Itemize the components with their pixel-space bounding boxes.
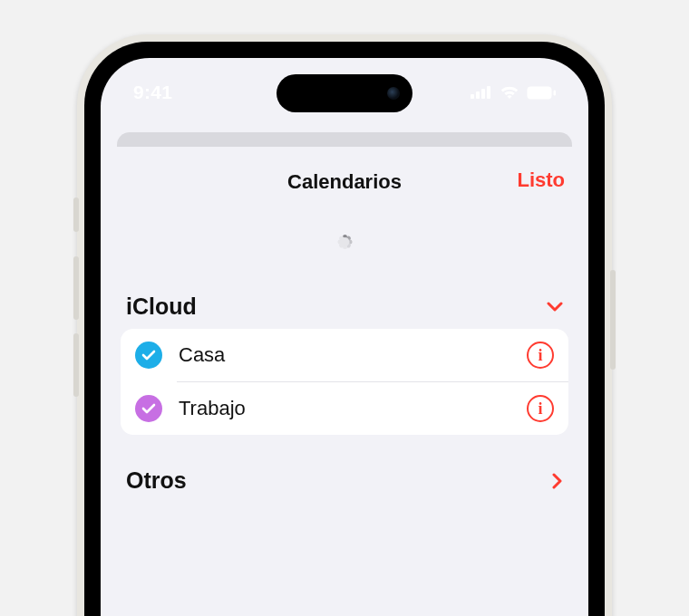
sheet-title: Calendarios bbox=[287, 170, 402, 194]
wifi-icon bbox=[500, 85, 519, 100]
section-title-otros: Otros bbox=[126, 467, 187, 494]
svg-rect-0 bbox=[471, 94, 474, 99]
chevron-down-icon bbox=[547, 302, 563, 313]
sheet-header: Calendarios Listo bbox=[121, 167, 568, 197]
side-button-volume-up bbox=[73, 256, 79, 320]
info-icon: i bbox=[538, 399, 542, 419]
loading-spinner bbox=[121, 197, 568, 288]
section-title-icloud: iCloud bbox=[126, 294, 197, 320]
spinner-icon bbox=[325, 223, 364, 261]
phone-bezel: 9:41 bbox=[84, 42, 605, 616]
checkmark-icon bbox=[141, 403, 156, 414]
svg-rect-2 bbox=[481, 89, 485, 99]
info-button-trabajo[interactable]: i bbox=[527, 395, 554, 422]
checkbox-casa[interactable] bbox=[135, 342, 162, 369]
info-button-casa[interactable]: i bbox=[527, 342, 554, 369]
checkmark-icon bbox=[141, 350, 156, 361]
front-camera bbox=[387, 87, 400, 100]
section-header-otros[interactable]: Otros bbox=[121, 462, 568, 503]
calendar-row-trabajo[interactable]: Trabajo i bbox=[121, 382, 568, 435]
dynamic-island bbox=[277, 74, 412, 112]
calendar-label: Trabajo bbox=[179, 397, 510, 420]
calendars-sheet: Calendarios Listo bbox=[101, 147, 588, 616]
calendar-label: Casa bbox=[179, 343, 510, 367]
status-indicators bbox=[471, 85, 556, 100]
chevron-right-icon bbox=[552, 473, 563, 489]
phone-screen: 9:41 bbox=[101, 58, 588, 616]
battery-icon bbox=[527, 86, 556, 100]
checkbox-trabajo[interactable] bbox=[135, 395, 162, 422]
side-button-volume-down bbox=[73, 333, 79, 397]
svg-rect-4 bbox=[528, 86, 552, 99]
icloud-calendar-list: Casa i Trabajo bbox=[121, 329, 568, 435]
phone-frame: 9:41 bbox=[77, 34, 612, 616]
calendar-row-casa[interactable]: Casa i bbox=[121, 329, 568, 381]
side-button-mute bbox=[73, 197, 79, 232]
svg-rect-5 bbox=[554, 90, 557, 95]
status-time: 9:41 bbox=[133, 82, 172, 103]
done-button[interactable]: Listo bbox=[517, 168, 565, 192]
section-header-icloud[interactable]: iCloud bbox=[121, 288, 568, 329]
side-button-power bbox=[610, 270, 616, 370]
svg-rect-3 bbox=[487, 86, 490, 99]
info-icon: i bbox=[538, 346, 542, 365]
cellular-icon bbox=[471, 86, 492, 99]
svg-rect-1 bbox=[476, 91, 480, 99]
